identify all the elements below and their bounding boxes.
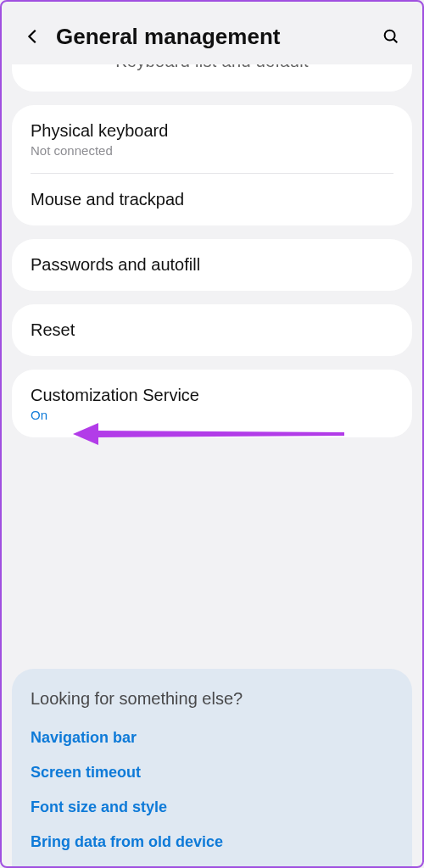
card-autofill: Passwords and autofill — [12, 239, 412, 291]
header-bar: General management — [12, 10, 412, 64]
link-screen-timeout[interactable]: Screen timeout — [31, 755, 393, 790]
item-physical-keyboard[interactable]: Physical keyboard Not connected — [12, 105, 412, 173]
suggestions-panel: Looking for something else? Navigation b… — [12, 669, 412, 866]
svg-point-0 — [385, 31, 395, 41]
item-reset[interactable]: Reset — [12, 304, 412, 356]
settings-screen: General management Keyboard list and def… — [2, 2, 422, 866]
suggestions-title: Looking for something else? — [31, 689, 393, 709]
partial-card-keyboard-list[interactable]: Keyboard list and default — [12, 64, 412, 92]
cut-off-item-label: Keyboard list and default — [31, 64, 393, 78]
item-title: Mouse and trackpad — [31, 189, 393, 210]
link-font-size-style[interactable]: Font size and style — [31, 790, 393, 825]
link-navigation-bar[interactable]: Navigation bar — [31, 721, 393, 755]
page-title: General management — [56, 24, 377, 50]
item-title: Reset — [31, 320, 393, 341]
chevron-left-icon — [24, 27, 42, 46]
card-customization: Customization Service On — [12, 370, 412, 437]
item-passwords-autofill[interactable]: Passwords and autofill — [12, 239, 412, 291]
card-reset: Reset — [12, 304, 412, 356]
item-subtitle: On — [31, 408, 393, 422]
item-title: Customization Service — [31, 385, 393, 406]
svg-line-1 — [393, 39, 397, 42]
item-mouse-trackpad[interactable]: Mouse and trackpad — [12, 174, 412, 225]
card-input-devices: Physical keyboard Not connected Mouse an… — [12, 105, 412, 225]
search-button[interactable] — [377, 22, 405, 51]
item-title: Physical keyboard — [31, 120, 393, 142]
item-customization-service[interactable]: Customization Service On — [12, 370, 412, 437]
item-title: Passwords and autofill — [31, 254, 393, 275]
back-button[interactable] — [19, 22, 47, 51]
item-subtitle: Not connected — [31, 143, 393, 158]
search-icon — [382, 27, 400, 46]
link-bring-data[interactable]: Bring data from old device — [31, 825, 393, 860]
